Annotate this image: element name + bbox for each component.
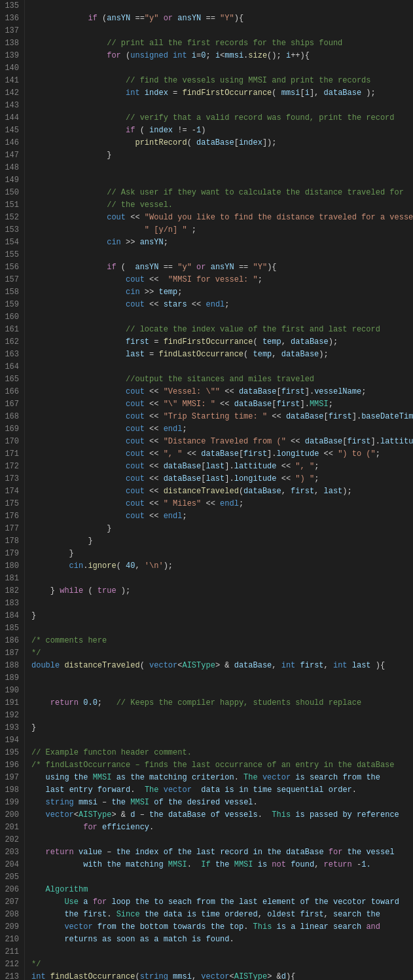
line-number: 181 [3, 573, 19, 585]
code-line: printRecord( dataBase[index]); [31, 137, 413, 149]
line-number: 169 [3, 423, 19, 436]
line-number: 188 [3, 660, 19, 672]
code-line: } [31, 149, 413, 162]
code-line [31, 622, 413, 635]
code-line [31, 62, 413, 75]
line-number: 139 [3, 50, 19, 62]
line-number: 143 [3, 100, 19, 112]
line-number: 176 [3, 510, 19, 523]
code-line [31, 946, 413, 958]
code-line [31, 25, 413, 37]
code-line: cout << "Distance Traveled from (" << da… [31, 436, 413, 448]
code-line: returns as soon as a match is found. [31, 933, 413, 946]
line-number-gutter: 1351361371381391401411421431441451461471… [0, 0, 25, 980]
code-line: using the MMSI as the matching criterion… [31, 772, 413, 784]
line-number: 185 [3, 622, 19, 635]
code-line: for efficiency. [31, 821, 413, 834]
line-number: 148 [3, 162, 19, 174]
line-number: 166 [3, 386, 19, 398]
code-line: // Example functon header comment. [31, 747, 413, 759]
line-number: 179 [3, 548, 19, 560]
code-line [31, 871, 413, 884]
line-number: 142 [3, 87, 19, 100]
code-line [31, 249, 413, 261]
code-line: } [31, 523, 413, 535]
code-line [31, 361, 413, 373]
code-line: cout << "\" MMSI: " << dataBase[first].M… [31, 398, 413, 411]
code-line: int findLastOccurrance(string mmsi, vect… [31, 971, 413, 980]
code-line [31, 162, 413, 174]
line-number: 184 [3, 610, 19, 622]
code-line: double distanceTraveled( vector<AISType>… [31, 660, 413, 672]
code-line: cout << "Vessel: \"" << dataBase[first].… [31, 386, 413, 398]
code-line: //output the sitances and miles traveled [31, 373, 413, 386]
line-number: 153 [3, 224, 19, 236]
code-line: } [31, 535, 413, 548]
code-line: the first. Since the data is time ordere… [31, 909, 413, 921]
code-line [31, 672, 413, 685]
code-line: Algorithm [31, 884, 413, 896]
line-number: 165 [3, 373, 19, 386]
code-line: cout << endl; [31, 510, 413, 523]
line-number: 213 [3, 971, 19, 980]
code-line: cout << dataBase[last].lattitude << ", "… [31, 461, 413, 473]
code-line: // the vessel. [31, 199, 413, 212]
code-line: cin >> ansYN; [31, 236, 413, 249]
line-number: 210 [3, 933, 19, 946]
code-line: if (ansYN =="y" or ansYN == "Y"){ [31, 12, 413, 25]
line-number: 161 [3, 324, 19, 336]
line-number: 163 [3, 349, 19, 361]
code-line: cin.ignore( 40, '\n'); [31, 560, 413, 573]
code-line [31, 0, 413, 12]
line-number: 192 [3, 709, 19, 722]
code-line: cout << " Miles" << endl; [31, 498, 413, 510]
line-number: 164 [3, 361, 19, 373]
code-line: if ( index != -1) [31, 124, 413, 137]
line-number: 195 [3, 747, 19, 759]
line-number: 150 [3, 187, 19, 199]
line-number: 189 [3, 672, 19, 685]
code-content[interactable]: if (ansYN =="y" or ansYN == "Y"){ // pri… [25, 0, 413, 980]
code-line: " [y/n] " ; [31, 224, 413, 236]
code-line: vector<AISType> & d – the dataBase of ve… [31, 809, 413, 821]
line-number: 152 [3, 212, 19, 224]
line-number: 170 [3, 436, 19, 448]
line-number: 203 [3, 846, 19, 859]
line-number: 136 [3, 12, 19, 25]
line-number: 205 [3, 871, 19, 884]
code-line: } [31, 722, 413, 734]
code-line: string mmsi – the MMSI of the desired ve… [31, 797, 413, 809]
line-number: 190 [3, 685, 19, 697]
code-line [31, 597, 413, 610]
line-number: 141 [3, 75, 19, 87]
code-line: cout << dataBase[last].longitude << ") "… [31, 473, 413, 485]
line-number: 147 [3, 149, 19, 162]
line-number: 208 [3, 909, 19, 921]
line-number: 187 [3, 647, 19, 660]
code-line: cin >> temp; [31, 286, 413, 299]
code-line: // verify that a valid record was found,… [31, 112, 413, 124]
code-line [31, 573, 413, 585]
code-line: last entry forward. The vector data is i… [31, 784, 413, 797]
code-line: first = findFirstOccurrance( temp, dataB… [31, 336, 413, 349]
line-number: 146 [3, 137, 19, 149]
line-number: 199 [3, 797, 19, 809]
line-number: 193 [3, 722, 19, 734]
line-number: 138 [3, 37, 19, 50]
line-number: 200 [3, 809, 19, 821]
code-line: /* comments here [31, 635, 413, 647]
line-number: 171 [3, 448, 19, 461]
code-line: with the matching MMSI. If the MMSI is n… [31, 859, 413, 871]
line-number: 167 [3, 398, 19, 411]
code-line: cout << distanceTraveled(dataBase, first… [31, 485, 413, 498]
code-line [31, 685, 413, 697]
line-number: 151 [3, 199, 19, 212]
code-line: */ [31, 958, 413, 971]
code-line: } [31, 610, 413, 622]
code-line: cout << stars << endl; [31, 299, 413, 311]
line-number: 173 [3, 473, 19, 485]
line-number: 157 [3, 274, 19, 286]
code-line: */ [31, 647, 413, 660]
code-line [31, 734, 413, 747]
line-number: 154 [3, 236, 19, 249]
